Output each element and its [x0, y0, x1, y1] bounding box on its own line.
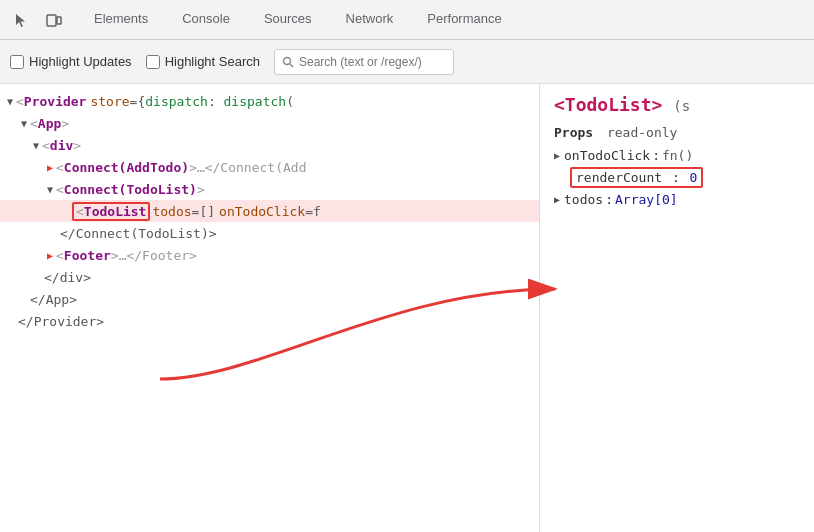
highlight-updates-input[interactable]	[10, 55, 24, 69]
tree-line-connect-todolist[interactable]: ▼ <Connect(TodoList)>	[0, 178, 539, 200]
tree-line-todolist[interactable]: <TodoList todos=[] onTodoClick=f	[0, 200, 539, 222]
highlight-search-input[interactable]	[146, 55, 160, 69]
tree-line-footer[interactable]: ▶ <Footer> …</Footer>	[0, 244, 539, 266]
tree-line-close-div[interactable]: </div>	[0, 266, 539, 288]
svg-point-2	[284, 57, 291, 64]
toggle-app[interactable]: ▼	[18, 118, 30, 129]
toggle-provider[interactable]: ▼	[4, 96, 16, 107]
tree-line-close-connect-todolist[interactable]: </Connect(TodoList)>	[0, 222, 539, 244]
device-icon[interactable]	[40, 6, 68, 34]
tree-line-addtodo[interactable]: ▶ <Connect(AddTodo)> …</Connect(Add	[0, 156, 539, 178]
toolbar-icon-group	[8, 6, 68, 34]
tree-line-close-app[interactable]: </App>	[0, 288, 539, 310]
cursor-icon[interactable]	[8, 6, 36, 34]
svg-line-3	[290, 64, 293, 67]
toggle-addtodo[interactable]: ▶	[44, 162, 56, 173]
highlight-updates-checkbox[interactable]: Highlight Updates	[10, 54, 132, 69]
devtools-toolbar: Elements Console Sources Network Perform…	[0, 0, 814, 40]
toggle-todos[interactable]: ▶	[554, 194, 560, 205]
toggle-ontodoclick[interactable]: ▶	[554, 150, 560, 161]
tab-elements[interactable]: Elements	[78, 0, 164, 40]
toggle-div[interactable]: ▼	[30, 140, 42, 151]
component-title: <TodoList> (s	[554, 94, 800, 115]
prop-todos[interactable]: ▶ todos : Array[0]	[554, 190, 800, 209]
svg-rect-1	[57, 17, 61, 24]
highlight-search-checkbox[interactable]: Highlight Search	[146, 54, 260, 69]
panel-container: ▼ <Provider store={dispatch: dispatch( ▼…	[0, 84, 814, 532]
tree-line-close-provider[interactable]: </Provider>	[0, 310, 539, 332]
search-input[interactable]	[299, 55, 439, 69]
tab-console[interactable]: Console	[166, 0, 246, 40]
main-content: ▼ <Provider store={dispatch: dispatch( ▼…	[0, 84, 814, 532]
tab-network[interactable]: Network	[330, 0, 410, 40]
component-tree-panel: ▼ <Provider store={dispatch: dispatch( ▼…	[0, 84, 540, 532]
rendercount-highlight-box: renderCount : 0	[570, 167, 703, 188]
toggle-footer[interactable]: ▶	[44, 250, 56, 261]
right-panel: <TodoList> (s Props read-only ▶ onTodoCl…	[540, 84, 814, 532]
todolist-highlight-box: <TodoList	[72, 202, 150, 221]
toggle-connect-todolist[interactable]: ▼	[44, 184, 56, 195]
tab-sources[interactable]: Sources	[248, 0, 328, 40]
tree-line-provider[interactable]: ▼ <Provider store={dispatch: dispatch(	[0, 90, 539, 112]
tab-performance[interactable]: Performance	[411, 0, 517, 40]
search-icon	[282, 56, 294, 68]
search-box[interactable]	[274, 49, 454, 75]
tree-line-div[interactable]: ▼ <div>	[0, 134, 539, 156]
svg-rect-0	[47, 15, 56, 26]
devtools-bar: Highlight Updates Highlight Search	[0, 40, 814, 84]
prop-rendercount[interactable]: renderCount : 0	[554, 165, 800, 190]
prop-ontodoclick[interactable]: ▶ onTodoClick : fn()	[554, 146, 800, 165]
tree-line-app[interactable]: ▼ <App>	[0, 112, 539, 134]
props-section: Props read-only ▶ onTodoClick : fn() ren…	[554, 125, 800, 209]
props-header: Props read-only	[554, 125, 800, 140]
